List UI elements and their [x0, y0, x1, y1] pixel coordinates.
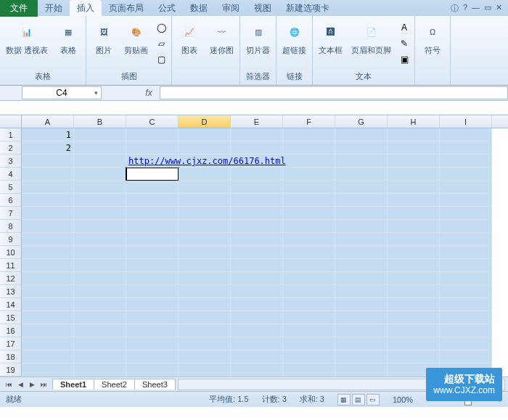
- cell-B8[interactable]: [74, 220, 126, 233]
- cell-A13[interactable]: [22, 285, 74, 298]
- sheet-tab-Sheet2[interactable]: Sheet2: [94, 379, 135, 390]
- cell-F15[interactable]: [283, 311, 335, 324]
- cell-I8[interactable]: [440, 220, 492, 233]
- cell-A19[interactable]: [22, 363, 74, 376]
- cell-D9[interactable]: [179, 233, 231, 246]
- restore-icon[interactable]: ▭: [484, 3, 491, 14]
- cell-D11[interactable]: [179, 259, 231, 272]
- cell-E11[interactable]: [231, 259, 283, 272]
- chart-button[interactable]: 📈图表: [175, 19, 204, 57]
- cell-I13[interactable]: [440, 285, 492, 298]
- cell-G1[interactable]: [335, 128, 388, 141]
- cell-I4[interactable]: [440, 168, 492, 181]
- cell-E13[interactable]: [231, 285, 283, 298]
- col-header-F[interactable]: F: [283, 115, 335, 128]
- name-box[interactable]: C4: [22, 86, 102, 99]
- cell-E5[interactable]: [231, 181, 283, 194]
- cell-A4[interactable]: [22, 168, 74, 181]
- cell-H5[interactable]: [388, 181, 440, 194]
- cell-G8[interactable]: [335, 220, 388, 233]
- cell-F16[interactable]: [283, 324, 335, 337]
- cell-E17[interactable]: [231, 337, 283, 350]
- tab-视图[interactable]: 视图: [247, 0, 279, 17]
- cell-E12[interactable]: [231, 272, 283, 285]
- cell-F14[interactable]: [283, 298, 335, 311]
- cell-D8[interactable]: [179, 220, 231, 233]
- cell-I10[interactable]: [440, 246, 492, 259]
- header-footer-button[interactable]: 📄页眉和页脚: [348, 19, 394, 57]
- row-header[interactable]: 14: [0, 298, 22, 311]
- cell-C3[interactable]: http://www.cjxz.com/66176.html: [126, 155, 179, 168]
- cell-F13[interactable]: [283, 285, 335, 298]
- close-icon[interactable]: ✕: [496, 3, 502, 14]
- cell-D4[interactable]: [179, 168, 231, 181]
- cell-B17[interactable]: [74, 337, 126, 350]
- help-icon[interactable]: ⓘ: [451, 3, 459, 14]
- cell-A7[interactable]: [22, 207, 74, 220]
- cell-H13[interactable]: [388, 285, 440, 298]
- cell-E16[interactable]: [231, 324, 283, 337]
- object-icon[interactable]: ▣: [397, 52, 411, 67]
- cell-E7[interactable]: [231, 207, 283, 220]
- row-header[interactable]: 7: [0, 207, 22, 220]
- cell-C5[interactable]: [126, 181, 179, 194]
- cell-C13[interactable]: [126, 285, 179, 298]
- cell-I1[interactable]: [440, 128, 492, 141]
- cell-D19[interactable]: [179, 363, 231, 376]
- cell-C6[interactable]: [126, 194, 179, 207]
- cell-C2[interactable]: [126, 141, 179, 155]
- sheet-tab-Sheet3[interactable]: Sheet3: [134, 379, 176, 390]
- shapes-icon[interactable]: ◯: [154, 20, 168, 35]
- cell-A8[interactable]: [22, 220, 74, 233]
- cell-F19[interactable]: [283, 363, 335, 376]
- cell-H12[interactable]: [388, 272, 440, 285]
- row-header[interactable]: 19: [0, 363, 22, 376]
- cell-H3[interactable]: [388, 155, 440, 168]
- cell-G2[interactable]: [335, 141, 388, 155]
- cell-H16[interactable]: [388, 324, 440, 337]
- cell-G13[interactable]: [335, 285, 388, 298]
- cell-F18[interactable]: [283, 350, 335, 363]
- cell-D16[interactable]: [179, 324, 231, 337]
- cell-F5[interactable]: [283, 181, 335, 194]
- cell-B11[interactable]: [74, 259, 126, 272]
- row-header[interactable]: 9: [0, 233, 22, 246]
- cell-E14[interactable]: [231, 298, 283, 311]
- row-header[interactable]: 17: [0, 337, 22, 350]
- cell-G18[interactable]: [335, 350, 388, 363]
- cell-C12[interactable]: [126, 272, 179, 285]
- tab-file[interactable]: 文件: [0, 0, 38, 17]
- formula-input[interactable]: [160, 86, 508, 99]
- row-header[interactable]: 8: [0, 220, 22, 233]
- worksheet-grid[interactable]: ABCDEFGHI 11223http://www.cjxz.com/66176…: [0, 115, 508, 376]
- row-header[interactable]: 11: [0, 259, 22, 272]
- tab-数据[interactable]: 数据: [183, 0, 215, 17]
- cell-B3[interactable]: [74, 155, 126, 168]
- smartart-icon[interactable]: ▱: [154, 36, 168, 51]
- cell-F1[interactable]: [283, 128, 335, 141]
- row-header[interactable]: 3: [0, 155, 22, 168]
- cell-E6[interactable]: [231, 194, 283, 207]
- cell-D5[interactable]: [179, 181, 231, 194]
- cell-B15[interactable]: [74, 311, 126, 324]
- cell-G9[interactable]: [335, 233, 388, 246]
- cell-F6[interactable]: [283, 194, 335, 207]
- options-icon[interactable]: ?: [463, 3, 467, 14]
- cell-A5[interactable]: [22, 181, 74, 194]
- cell-E8[interactable]: [231, 220, 283, 233]
- cell-H9[interactable]: [388, 233, 440, 246]
- cell-C16[interactable]: [126, 324, 179, 337]
- select-all-corner[interactable]: [0, 115, 22, 128]
- cell-A9[interactable]: [22, 233, 74, 246]
- sparkline-button[interactable]: 〰迷你图: [207, 19, 237, 57]
- pivot-table-button[interactable]: 📊数据 透视表: [3, 19, 51, 57]
- cell-A14[interactable]: [22, 298, 74, 311]
- cell-I12[interactable]: [440, 272, 492, 285]
- cell-D18[interactable]: [179, 350, 231, 363]
- cell-G10[interactable]: [335, 246, 388, 259]
- cell-B16[interactable]: [74, 324, 126, 337]
- cell-I7[interactable]: [440, 207, 492, 220]
- cell-I2[interactable]: [440, 141, 492, 155]
- view-buttons[interactable]: ▦▤▭: [337, 394, 380, 405]
- row-header[interactable]: 6: [0, 194, 22, 207]
